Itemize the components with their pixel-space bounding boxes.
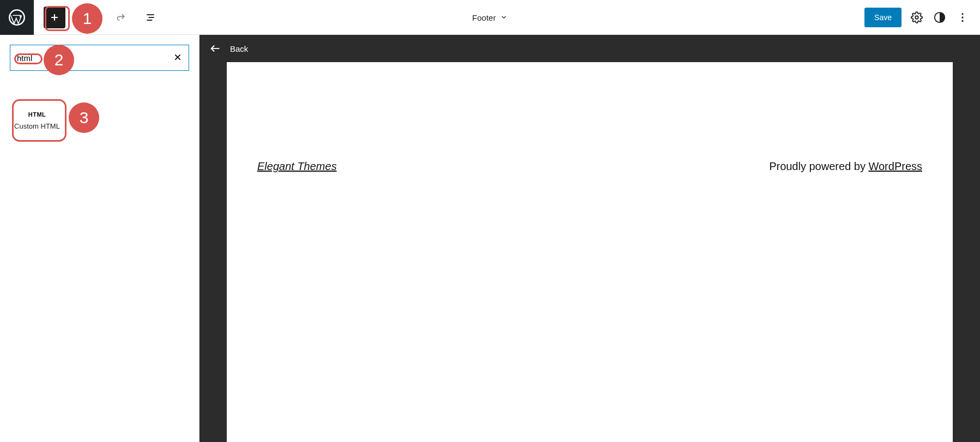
styles-button[interactable]: [932, 10, 947, 25]
toolbar-left: [44, 7, 160, 28]
template-label: Footer: [472, 13, 495, 22]
editor-canvas: Back Elegant Themes Proudly powered by W…: [199, 35, 980, 442]
search-block-wrapper: [10, 45, 189, 71]
wordpress-icon: [9, 9, 25, 26]
wordpress-link[interactable]: WordPress: [868, 160, 922, 172]
svg-point-8: [961, 13, 963, 14]
top-bar: Footer Save: [0, 0, 980, 35]
list-view-icon: [145, 12, 156, 23]
toolbar-right: Save: [864, 8, 980, 27]
wordpress-logo[interactable]: [0, 0, 34, 35]
plus-icon: [49, 12, 60, 23]
more-options-button[interactable]: [955, 10, 970, 25]
svg-point-6: [915, 16, 918, 19]
document-overview-button[interactable]: [141, 8, 160, 27]
search-block-input[interactable]: [17, 53, 168, 63]
inserter-panel: HTML Custom HTML: [0, 35, 199, 442]
block-results: HTML Custom HTML: [10, 99, 189, 142]
main-area: HTML Custom HTML Back Elegant Themes Pro…: [0, 35, 980, 442]
back-label: Back: [230, 44, 248, 53]
block-item-custom-html[interactable]: HTML Custom HTML: [10, 99, 64, 142]
svg-point-10: [961, 20, 963, 21]
footer-left: Elegant Themes: [257, 160, 337, 173]
kebab-icon: [957, 11, 969, 23]
svg-point-9: [961, 16, 963, 18]
footer-block[interactable]: Elegant Themes Proudly powered by WordPr…: [257, 160, 922, 173]
template-selector[interactable]: Footer: [472, 13, 507, 22]
powered-by-text: Proudly powered by: [769, 160, 868, 172]
clear-search-button[interactable]: [173, 52, 182, 64]
settings-button[interactable]: [909, 10, 924, 25]
back-bar[interactable]: Back: [199, 35, 980, 62]
page-frame[interactable]: Elegant Themes Proudly powered by WordPr…: [227, 62, 953, 442]
footer-right: Proudly powered by WordPress: [769, 160, 922, 173]
site-title-link[interactable]: Elegant Themes: [257, 160, 337, 172]
close-icon: [173, 53, 182, 62]
contrast-icon: [934, 11, 946, 23]
block-inserter-button[interactable]: [44, 7, 65, 28]
chevron-down-icon: [500, 14, 508, 21]
html-block-icon: HTML: [28, 111, 46, 118]
block-item-label: Custom HTML: [14, 122, 60, 130]
gear-icon: [911, 11, 923, 23]
redo-icon: [116, 12, 126, 23]
save-button[interactable]: Save: [864, 8, 902, 27]
redo-button[interactable]: [111, 8, 131, 27]
arrow-left-icon: [209, 43, 221, 55]
